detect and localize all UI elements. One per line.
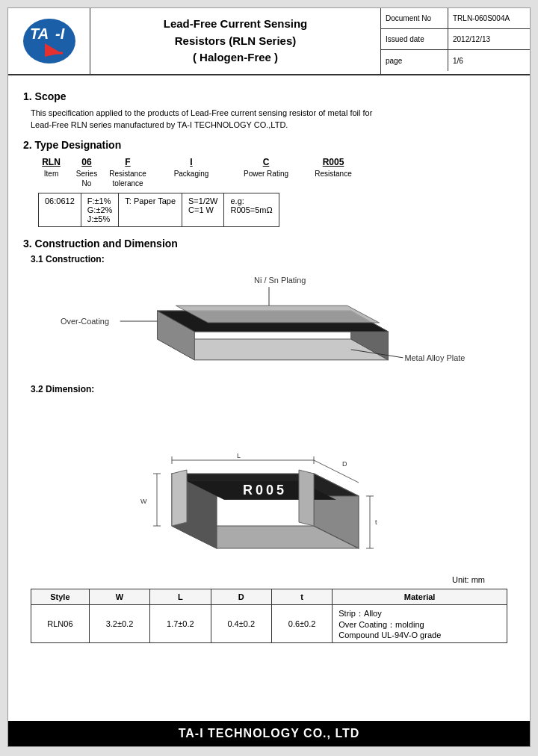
label-series: SeriesNo <box>72 169 102 188</box>
cell-d: 0.4±0.2 <box>211 604 271 642</box>
page-value: 1/6 <box>448 50 530 71</box>
opt-power: S=1/2WC=1 W <box>182 193 224 226</box>
opt-resistance: e.g:R005=5mΩ <box>224 193 279 226</box>
opt-series: 06:0612 <box>39 193 81 226</box>
opt-packaging: T: Paper Tape <box>119 193 182 226</box>
logo-section: TA -I <box>8 8 90 74</box>
cell-l: 1.7±0.2 <box>150 604 211 642</box>
type-label-row: Item SeriesNo Resistancetolerance Packag… <box>31 169 515 188</box>
svg-text:t: t <box>375 518 377 526</box>
label-power-rating: Power Rating <box>229 169 303 179</box>
dim-table-data-row: RLN06 3.2±0.2 1.7±0.2 0.4±0.2 0.6±0.2 St… <box>31 604 507 642</box>
col-d: D <box>211 589 271 604</box>
svg-text:Over-Coating: Over-Coating <box>61 317 109 326</box>
cell-w: 3.2±0.2 <box>89 604 149 642</box>
construction-heading: 3. Construction and Dimension <box>23 238 515 250</box>
cell-material: Strip：AlloyOver Coating：moldingCompound … <box>333 604 507 642</box>
type-designation: RLN 06 F I C R005 Item SeriesNo Resistan… <box>31 157 515 227</box>
col-w: W <box>89 589 149 604</box>
doc-no-label: Document No <box>381 8 448 28</box>
label-resistance: Resistance <box>303 169 363 179</box>
page-row: page 1/6 <box>381 50 530 71</box>
header: TA -I Lead-Free Current Sensing Resistor… <box>8 8 530 75</box>
svg-text:W: W <box>140 498 147 505</box>
svg-text:Metal Alloy Plate: Metal Alloy Plate <box>404 353 465 362</box>
svg-marker-24 <box>299 470 314 526</box>
svg-text:-I: -I <box>55 25 65 42</box>
options-row: 06:0612 F:±1%G:±2%J:±5% T: Paper Tape S=… <box>39 193 279 226</box>
col-l: L <box>150 589 211 604</box>
dimension-svg: R005 W L D <box>90 399 448 571</box>
dimension-sub: 3.2 Dimension: <box>31 384 515 394</box>
type-heading: 2. Type Designation <box>23 139 515 151</box>
title-text: Lead-Free Current Sensing Resistors (RLN… <box>164 16 308 66</box>
footer-text: TA-I TECHNOLOGY CO., LTD <box>179 727 360 740</box>
header-title: Lead-Free Current Sensing Resistors (RLN… <box>90 8 380 74</box>
label-item: Item <box>31 169 72 179</box>
code-i: I <box>154 157 229 167</box>
content: 1. Scope This specification applied to t… <box>8 75 530 722</box>
svg-text:Ni / Sn Plating: Ni / Sn Plating <box>254 276 306 285</box>
scope-heading: 1. Scope <box>23 90 515 102</box>
construction-svg: Ni / Sn Plating Over-Coating Metal Alloy… <box>38 272 500 377</box>
unit-label: Unit: mm <box>23 575 485 584</box>
code-rln: RLN <box>31 157 72 167</box>
svg-text:TA: TA <box>30 25 49 42</box>
doc-no-value: TRLN-060S004A <box>448 8 530 28</box>
page-label: page <box>381 50 448 71</box>
label-packaging: Packaging <box>154 169 229 179</box>
dimension-table: Style W L D t Material RLN06 3.2±0.2 1.7… <box>31 589 507 643</box>
col-t: t <box>271 589 332 604</box>
scope-text1: This specification applied to the produc… <box>31 107 515 131</box>
code-c: C <box>229 157 303 167</box>
col-style: Style <box>31 589 90 604</box>
code-r005: R005 <box>303 157 363 167</box>
cell-t: 0.6±0.2 <box>271 604 332 642</box>
type-code-row: RLN 06 F I C R005 <box>31 157 515 167</box>
svg-marker-23 <box>172 470 187 526</box>
construction-diagram: Ni / Sn Plating Over-Coating Metal Alloy… <box>38 272 500 377</box>
code-06: 06 <box>72 157 102 167</box>
opt-tolerance: F:±1%G:±2%J:±5% <box>81 193 119 226</box>
doc-no-row: Document No TRLN-060S004A <box>381 8 530 29</box>
dimension-diagram-container: R005 W L D <box>23 399 515 571</box>
footer: TA-I TECHNOLOGY CO., LTD <box>8 721 530 746</box>
dim-table-header-row: Style W L D t Material <box>31 589 507 604</box>
header-info: Document No TRLN-060S004A Issued date 20… <box>380 8 530 74</box>
code-f: F <box>102 157 154 167</box>
page: TA -I Lead-Free Current Sensing Resistor… <box>7 7 531 747</box>
cell-style: RLN06 <box>31 604 90 642</box>
construction-sub: 3.1 Construction: <box>31 254 515 264</box>
logo-circle: TA -I <box>23 19 75 63</box>
col-material: Material <box>333 589 507 604</box>
label-resistance-tol: Resistancetolerance <box>102 169 154 188</box>
svg-marker-10 <box>176 306 379 323</box>
issued-value: 2012/12/13 <box>448 29 530 49</box>
issued-row: Issued date 2012/12/13 <box>381 29 530 50</box>
svg-text:L: L <box>237 452 241 459</box>
svg-text:D: D <box>342 460 347 468</box>
svg-text:R005: R005 <box>243 483 287 498</box>
options-table: 06:0612 F:±1%G:±2%J:±5% T: Paper Tape S=… <box>38 193 279 227</box>
issued-label: Issued date <box>381 29 448 49</box>
